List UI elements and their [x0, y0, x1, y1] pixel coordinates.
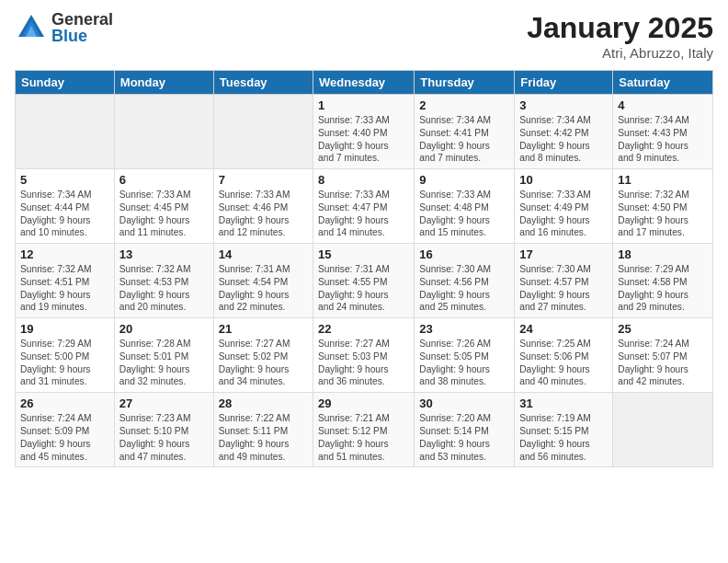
- day-number: 20: [119, 322, 209, 336]
- calendar-cell: 16Sunrise: 7:30 AM Sunset: 4:56 PM Dayli…: [415, 244, 515, 318]
- day-info: Sunrise: 7:32 AM Sunset: 4:53 PM Dayligh…: [119, 263, 209, 314]
- day-number: 23: [419, 322, 509, 336]
- calendar-cell: 20Sunrise: 7:28 AM Sunset: 5:01 PM Dayli…: [114, 318, 213, 393]
- day-info: Sunrise: 7:33 AM Sunset: 4:48 PM Dayligh…: [419, 189, 509, 239]
- calendar-cell: 26Sunrise: 7:24 AM Sunset: 5:09 PM Dayli…: [16, 393, 115, 467]
- day-info: Sunrise: 7:22 AM Sunset: 5:11 PM Dayligh…: [219, 412, 308, 463]
- day-info: Sunrise: 7:31 AM Sunset: 4:55 PM Dayligh…: [318, 263, 409, 314]
- day-info: Sunrise: 7:33 AM Sunset: 4:40 PM Dayligh…: [318, 114, 409, 165]
- day-info: Sunrise: 7:25 AM Sunset: 5:06 PM Dayligh…: [519, 338, 608, 388]
- day-number: 10: [519, 173, 608, 187]
- calendar-week-4: 19Sunrise: 7:29 AM Sunset: 5:00 PM Dayli…: [16, 318, 713, 393]
- calendar-header-friday: Friday: [515, 71, 613, 95]
- calendar-cell: [213, 95, 313, 169]
- day-number: 22: [318, 322, 409, 336]
- calendar-cell: 25Sunrise: 7:24 AM Sunset: 5:07 PM Dayli…: [613, 318, 713, 393]
- day-number: 31: [519, 396, 608, 410]
- day-number: 19: [20, 322, 109, 336]
- logo-icon: [15, 11, 48, 44]
- calendar-cell: 22Sunrise: 7:27 AM Sunset: 5:03 PM Dayli…: [313, 318, 415, 393]
- calendar-cell: 31Sunrise: 7:19 AM Sunset: 5:15 PM Dayli…: [515, 393, 613, 467]
- day-number: 28: [219, 396, 308, 410]
- calendar-cell: [613, 393, 713, 467]
- day-info: Sunrise: 7:34 AM Sunset: 4:44 PM Dayligh…: [20, 189, 109, 239]
- calendar-cell: 30Sunrise: 7:20 AM Sunset: 5:14 PM Dayli…: [415, 393, 515, 467]
- day-number: 16: [419, 247, 509, 261]
- calendar-week-2: 5Sunrise: 7:34 AM Sunset: 4:44 PM Daylig…: [16, 169, 713, 244]
- logo-text: General Blue: [51, 11, 113, 44]
- day-info: Sunrise: 7:24 AM Sunset: 5:09 PM Dayligh…: [20, 412, 109, 463]
- calendar-cell: 14Sunrise: 7:31 AM Sunset: 4:54 PM Dayli…: [213, 244, 313, 318]
- day-info: Sunrise: 7:29 AM Sunset: 4:58 PM Dayligh…: [618, 263, 708, 314]
- day-number: 24: [519, 322, 608, 336]
- day-number: 9: [419, 173, 509, 187]
- day-info: Sunrise: 7:31 AM Sunset: 4:54 PM Dayligh…: [219, 263, 308, 314]
- logo-blue: Blue: [51, 28, 113, 44]
- calendar-week-5: 26Sunrise: 7:24 AM Sunset: 5:09 PM Dayli…: [16, 393, 713, 467]
- calendar-cell: 19Sunrise: 7:29 AM Sunset: 5:00 PM Dayli…: [16, 318, 115, 393]
- day-number: 14: [219, 247, 308, 261]
- day-number: 1: [318, 98, 409, 112]
- day-info: Sunrise: 7:34 AM Sunset: 4:43 PM Dayligh…: [618, 114, 708, 165]
- day-info: Sunrise: 7:34 AM Sunset: 4:41 PM Dayligh…: [419, 114, 509, 165]
- day-info: Sunrise: 7:34 AM Sunset: 4:42 PM Dayligh…: [519, 114, 608, 165]
- day-number: 30: [419, 396, 509, 410]
- calendar-cell: 6Sunrise: 7:33 AM Sunset: 4:45 PM Daylig…: [114, 169, 213, 244]
- day-info: Sunrise: 7:23 AM Sunset: 5:10 PM Dayligh…: [119, 412, 209, 463]
- calendar-cell: 27Sunrise: 7:23 AM Sunset: 5:10 PM Dayli…: [114, 393, 213, 467]
- day-number: 17: [519, 247, 608, 261]
- location: Atri, Abruzzo, Italy: [527, 45, 713, 61]
- calendar-cell: 29Sunrise: 7:21 AM Sunset: 5:12 PM Dayli…: [313, 393, 415, 467]
- calendar-cell: 15Sunrise: 7:31 AM Sunset: 4:55 PM Dayli…: [313, 244, 415, 318]
- day-info: Sunrise: 7:21 AM Sunset: 5:12 PM Dayligh…: [318, 412, 409, 463]
- calendar-week-3: 12Sunrise: 7:32 AM Sunset: 4:51 PM Dayli…: [16, 244, 713, 318]
- calendar-cell: 18Sunrise: 7:29 AM Sunset: 4:58 PM Dayli…: [613, 244, 713, 318]
- page: General Blue January 2025 Atri, Abruzzo,…: [0, 0, 728, 563]
- day-number: 25: [618, 322, 708, 336]
- day-info: Sunrise: 7:33 AM Sunset: 4:46 PM Dayligh…: [219, 189, 308, 239]
- day-info: Sunrise: 7:32 AM Sunset: 4:50 PM Dayligh…: [618, 189, 708, 239]
- calendar-header-wednesday: Wednesday: [313, 71, 415, 95]
- calendar-cell: 13Sunrise: 7:32 AM Sunset: 4:53 PM Dayli…: [114, 244, 213, 318]
- day-info: Sunrise: 7:30 AM Sunset: 4:57 PM Dayligh…: [519, 263, 608, 314]
- day-info: Sunrise: 7:27 AM Sunset: 5:03 PM Dayligh…: [318, 338, 409, 388]
- calendar-cell: 17Sunrise: 7:30 AM Sunset: 4:57 PM Dayli…: [515, 244, 613, 318]
- calendar-cell: 1Sunrise: 7:33 AM Sunset: 4:40 PM Daylig…: [313, 95, 415, 169]
- calendar-cell: 28Sunrise: 7:22 AM Sunset: 5:11 PM Dayli…: [213, 393, 313, 467]
- day-number: 5: [20, 173, 109, 187]
- calendar-cell: 9Sunrise: 7:33 AM Sunset: 4:48 PM Daylig…: [415, 169, 515, 244]
- calendar-cell: [16, 95, 115, 169]
- calendar-header-monday: Monday: [114, 71, 213, 95]
- calendar-cell: 21Sunrise: 7:27 AM Sunset: 5:02 PM Dayli…: [213, 318, 313, 393]
- day-number: 8: [318, 173, 409, 187]
- title-block: January 2025 Atri, Abruzzo, Italy: [527, 11, 713, 61]
- day-number: 29: [318, 396, 409, 410]
- day-info: Sunrise: 7:33 AM Sunset: 4:47 PM Dayligh…: [318, 189, 409, 239]
- calendar-cell: 2Sunrise: 7:34 AM Sunset: 4:41 PM Daylig…: [415, 95, 515, 169]
- calendar-cell: 3Sunrise: 7:34 AM Sunset: 4:42 PM Daylig…: [515, 95, 613, 169]
- logo-general: General: [51, 11, 113, 28]
- day-number: 11: [618, 173, 708, 187]
- day-number: 12: [20, 247, 109, 261]
- day-info: Sunrise: 7:30 AM Sunset: 4:56 PM Dayligh…: [419, 263, 509, 314]
- month-title: January 2025: [527, 11, 713, 45]
- calendar-cell: 8Sunrise: 7:33 AM Sunset: 4:47 PM Daylig…: [313, 169, 415, 244]
- calendar-header-row: SundayMondayTuesdayWednesdayThursdayFrid…: [16, 71, 713, 95]
- day-info: Sunrise: 7:29 AM Sunset: 5:00 PM Dayligh…: [20, 338, 109, 388]
- day-number: 18: [618, 247, 708, 261]
- day-info: Sunrise: 7:27 AM Sunset: 5:02 PM Dayligh…: [219, 338, 308, 388]
- day-number: 6: [119, 173, 209, 187]
- calendar-cell: [114, 95, 213, 169]
- day-info: Sunrise: 7:32 AM Sunset: 4:51 PM Dayligh…: [20, 263, 109, 314]
- calendar-cell: 24Sunrise: 7:25 AM Sunset: 5:06 PM Dayli…: [515, 318, 613, 393]
- calendar-header-saturday: Saturday: [613, 71, 713, 95]
- day-info: Sunrise: 7:26 AM Sunset: 5:05 PM Dayligh…: [419, 338, 509, 388]
- day-info: Sunrise: 7:19 AM Sunset: 5:15 PM Dayligh…: [519, 412, 608, 463]
- calendar-cell: 10Sunrise: 7:33 AM Sunset: 4:49 PM Dayli…: [515, 169, 613, 244]
- calendar-cell: 12Sunrise: 7:32 AM Sunset: 4:51 PM Dayli…: [16, 244, 115, 318]
- calendar-week-1: 1Sunrise: 7:33 AM Sunset: 4:40 PM Daylig…: [16, 95, 713, 169]
- day-number: 15: [318, 247, 409, 261]
- calendar-cell: 11Sunrise: 7:32 AM Sunset: 4:50 PM Dayli…: [613, 169, 713, 244]
- calendar-header-tuesday: Tuesday: [213, 71, 313, 95]
- header: General Blue January 2025 Atri, Abruzzo,…: [15, 11, 713, 61]
